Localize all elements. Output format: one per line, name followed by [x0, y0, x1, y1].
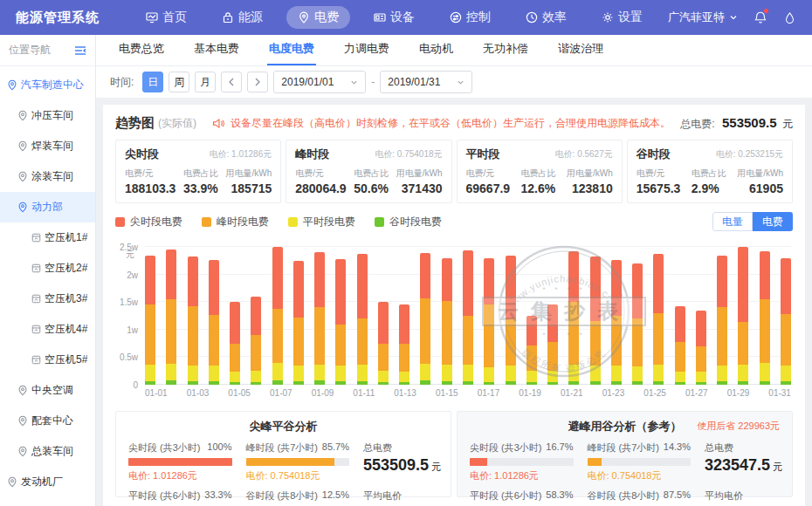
bar-01-17[interactable]	[484, 247, 494, 385]
bar-01-30[interactable]	[760, 247, 770, 385]
water-drop-icon[interactable]	[783, 11, 796, 24]
bar-01-23[interactable]	[611, 247, 622, 385]
bar-segment	[293, 366, 304, 381]
toggle-fee-option[interactable]: 电费	[753, 212, 793, 231]
bar-01-11[interactable]	[357, 247, 368, 385]
legend-item[interactable]: 谷时段电费	[375, 215, 442, 229]
notification-bell-icon[interactable]	[754, 10, 767, 24]
bar-segment	[547, 304, 558, 341]
bar-01-06[interactable]	[251, 247, 261, 385]
group-price: 电价: 0.754018元	[246, 469, 350, 482]
bar-segment	[781, 381, 791, 385]
sidebar-item[interactable]: 零件部仓库	[0, 497, 95, 506]
start-date-picker[interactable]: 2019/01/01	[273, 71, 366, 93]
collapse-sidebar-icon[interactable]	[74, 45, 86, 56]
bar-01-24[interactable]	[632, 247, 643, 385]
tab-5[interactable]: 电动机	[417, 34, 455, 65]
legend-item[interactable]: 峰时段电费	[202, 215, 269, 229]
bar-01-16[interactable]	[463, 247, 473, 385]
location-pin-icon	[17, 171, 28, 182]
sidebar-item[interactable]: 空压机3#	[0, 284, 95, 314]
bar-01-31[interactable]	[781, 247, 791, 385]
toggle-energy-option[interactable]: 电量	[712, 212, 753, 231]
bar-01-07[interactable]	[272, 247, 283, 385]
bar-01-19[interactable]	[526, 247, 537, 385]
bar-01-12[interactable]	[378, 247, 389, 385]
bar-segment	[399, 372, 409, 382]
legend-item[interactable]: 尖时段电费	[115, 215, 182, 229]
nav-item-2[interactable]: 能源	[210, 6, 274, 29]
tab-1[interactable]: 电费总览	[117, 34, 166, 65]
bar-segment	[717, 307, 727, 366]
nav-item-7[interactable]: 设置	[590, 6, 654, 29]
bar-01-18[interactable]	[506, 247, 516, 385]
nav-item-3[interactable]: 电费	[286, 6, 350, 29]
company-selector[interactable]: 广汽菲亚特	[668, 10, 738, 25]
bar-segment	[251, 335, 261, 372]
sidebar-item[interactable]: 动力部	[0, 192, 95, 222]
bar-01-22[interactable]	[590, 247, 601, 385]
legend-item[interactable]: 平时段电费	[288, 215, 355, 229]
bar-01-04[interactable]	[209, 247, 219, 385]
fee-tabs: 电费总览基本电费电度电费力调电费电动机无功补偿谐波治理	[96, 35, 812, 66]
sidebar-item[interactable]: 空压机5#	[0, 345, 95, 375]
mode-button[interactable]: 月	[195, 72, 216, 92]
next-period-button[interactable]	[247, 72, 268, 92]
bar-01-20[interactable]	[547, 247, 558, 385]
nav-item-4[interactable]: 设备	[362, 6, 426, 29]
period-stat-cards: 尖时段电价: 1.01286元电费/元188103.3电费占比33.9%用电量/…	[115, 140, 793, 203]
bar-01-21[interactable]	[568, 247, 579, 385]
analysis-grid: 尖时段 (共3小时)16.7%电价: 1.01286元峰时段 (共7小时)14.…	[470, 441, 780, 506]
bar-segment	[188, 381, 198, 385]
analysis-total: 平均电价0.8982 元	[363, 489, 438, 506]
bar-01-08[interactable]	[293, 247, 304, 385]
bar-01-26[interactable]	[675, 247, 685, 385]
mode-button[interactable]: 周	[169, 72, 189, 92]
bar-segment	[335, 381, 346, 385]
bar-01-13[interactable]	[399, 247, 409, 385]
notice-text: 设备尽量在峰段（高电价）时刻检修，在平或谷（低电价）生产运行，合理使用电源降低成…	[231, 116, 671, 131]
sidebar-item[interactable]: 空压机4#	[0, 314, 95, 345]
tab-3[interactable]: 电度电费	[267, 34, 316, 65]
bar-01-28[interactable]	[717, 247, 727, 385]
tab-7[interactable]: 谐波治理	[556, 34, 605, 65]
sidebar-item[interactable]: 焊装车间	[0, 131, 95, 161]
bar-01-01[interactable]	[145, 247, 155, 385]
x-tick-label: 01-11	[353, 388, 375, 402]
bar-01-09[interactable]	[314, 247, 325, 385]
bar-01-02[interactable]	[166, 247, 176, 385]
sidebar-item[interactable]: 配套中心	[0, 406, 95, 436]
tab-2[interactable]: 基本电费	[192, 34, 241, 65]
tab-6[interactable]: 无功补偿	[481, 34, 530, 65]
bar-01-15[interactable]	[442, 247, 452, 385]
sidebar-item[interactable]: 总装车间	[0, 436, 95, 467]
tab-4[interactable]: 力调电费	[342, 34, 391, 65]
end-date-picker[interactable]: 2019/01/31	[380, 71, 472, 93]
sidebar-item-label: 配套中心	[31, 414, 73, 428]
sidebar-item[interactable]: 空压机2#	[0, 253, 95, 284]
bar-segment	[463, 365, 473, 381]
sidebar-item[interactable]: 冲压车间	[0, 100, 95, 131]
bar-01-25[interactable]	[653, 247, 664, 385]
bar-01-14[interactable]	[420, 247, 430, 385]
bar-01-27[interactable]	[696, 247, 706, 385]
bar-01-29[interactable]	[738, 247, 748, 385]
sidebar-item[interactable]: 发动机厂	[0, 467, 95, 497]
nav-item-6[interactable]: 效率	[514, 6, 578, 29]
sidebar-item[interactable]: 汽车制造中心	[0, 70, 95, 100]
sidebar-item[interactable]: 涂装车间	[0, 161, 95, 192]
bar-segment	[696, 346, 706, 373]
bar-segment	[420, 298, 430, 364]
period-analysis-group: 平时段 (共6小时)58.3%电价: 0.5627元	[470, 489, 574, 506]
bar-01-05[interactable]	[230, 247, 240, 385]
bar-01-10[interactable]	[335, 247, 346, 385]
bar-01-03[interactable]	[188, 247, 198, 385]
nav-item-1[interactable]: 首页	[134, 6, 198, 29]
prev-period-button[interactable]	[221, 72, 242, 92]
x-tick-label: 01-17	[478, 388, 500, 402]
sidebar-item[interactable]: 中央空调	[0, 375, 95, 406]
sidebar-item[interactable]: 空压机1#	[0, 222, 95, 253]
end-date-value: 2019/01/31	[388, 76, 440, 88]
nav-item-5[interactable]: 控制	[438, 6, 502, 29]
mode-button[interactable]: 日	[142, 72, 163, 92]
